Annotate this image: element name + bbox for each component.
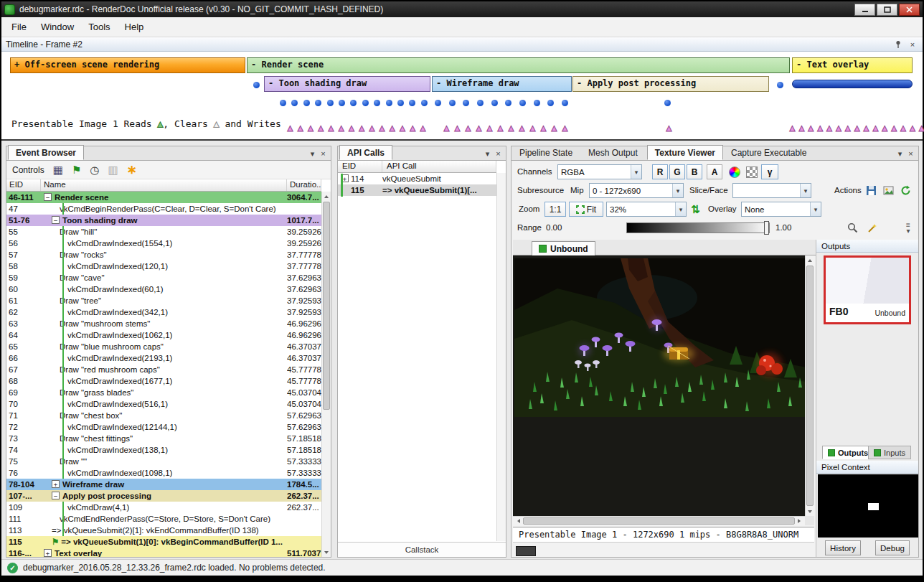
- slice-face-select[interactable]: ▾: [732, 183, 811, 198]
- api-call-row-115[interactable]: 115=> vkQueueSubmit(1)[...: [338, 184, 496, 196]
- column-api-call[interactable]: API Call: [382, 161, 496, 172]
- panel-close-icon[interactable]: ×: [905, 149, 916, 159]
- timeline-marker-postproc[interactable]: - Apply post processing: [572, 76, 769, 92]
- event-row-51-76[interactable]: 51-76−Toon shading draw1017.7...: [6, 215, 321, 226]
- tab-pipeline-state[interactable]: Pipeline State: [512, 145, 580, 160]
- pin-icon[interactable]: [892, 39, 904, 50]
- timeline-marker-toon[interactable]: - Toon shading draw: [264, 76, 430, 92]
- mip-select[interactable]: 0 - 1272x690 ▾: [589, 183, 684, 198]
- tab-inputs[interactable]: Inputs: [868, 446, 911, 459]
- event-row-72[interactable]: 72vkCmdDrawIndexed(12144,1)57.62963: [6, 421, 321, 433]
- tree-expander-icon[interactable]: −: [52, 216, 60, 224]
- scroll-thumb[interactable]: [323, 202, 330, 410]
- dock-menu-icon[interactable]: ▾: [307, 149, 318, 159]
- channel-red-toggle[interactable]: R: [652, 164, 668, 179]
- event-row-109[interactable]: 109vkCmdDraw(4,1)262.37...: [6, 502, 321, 513]
- menu-file[interactable]: File: [4, 18, 34, 36]
- event-row-69[interactable]: 69Draw "grass blades"45.03704: [6, 387, 321, 398]
- stats-icon[interactable]: ▥: [108, 164, 118, 175]
- tree-expander-icon[interactable]: +: [44, 549, 52, 557]
- time-durations-icon[interactable]: ◷: [90, 164, 99, 175]
- event-row-76[interactable]: 76vkCmdDrawIndexed(1098,1)57.33333: [6, 467, 321, 479]
- scroll-down-icon[interactable]: [806, 507, 814, 516]
- texture-hscrollbar[interactable]: [513, 516, 805, 525]
- tab-capture-executable[interactable]: Capture Executable: [723, 145, 814, 160]
- event-row-47[interactable]: 47vkCmdBeginRenderPass(C=Clear, D=Clear,…: [6, 203, 321, 215]
- texture-display-area[interactable]: [513, 255, 814, 525]
- event-row-116-...[interactable]: 116-...+Text overlay511.7037: [6, 548, 321, 557]
- minimize-button[interactable]: [854, 4, 875, 16]
- callstack-section[interactable]: Callstack: [338, 542, 506, 557]
- menu-tools[interactable]: Tools: [81, 18, 117, 36]
- event-row-67[interactable]: 67Draw "red mushroom caps"45.77778: [6, 364, 321, 375]
- event-row-70[interactable]: 70vkCmdDrawIndexed(516,1)45.03704: [6, 398, 321, 410]
- range-options-button[interactable]: ≡▾: [900, 220, 916, 235]
- tab-unbound-texture[interactable]: Unbound: [532, 241, 595, 255]
- scroll-right-icon[interactable]: [796, 517, 805, 525]
- tab-api-calls[interactable]: API Calls: [339, 145, 392, 160]
- event-row-107-...[interactable]: 107-...−Apply post processing262.37...: [6, 490, 321, 502]
- column-name[interactable]: Name: [41, 179, 287, 191]
- color-wheel-button[interactable]: [727, 164, 742, 179]
- column-duration[interactable]: Duratio...: [287, 179, 321, 191]
- scroll-up-icon[interactable]: [806, 255, 814, 265]
- tab-texture-viewer[interactable]: Texture Viewer: [647, 145, 723, 160]
- autofit-range-button[interactable]: [864, 220, 880, 235]
- scroll-down-icon[interactable]: [322, 548, 331, 557]
- gamma-toggle[interactable]: γ: [761, 164, 778, 179]
- event-row-115[interactable]: 115⚑=> vkQueueSubmit(1)[0]: vkBeginComma…: [6, 536, 321, 548]
- range-max-value[interactable]: 1.00: [776, 223, 791, 232]
- timeline-text-overlay-range[interactable]: [792, 80, 913, 88]
- event-browser-scrollbar[interactable]: [321, 192, 331, 557]
- range-min-value[interactable]: 0.00: [546, 223, 562, 232]
- refresh-button[interactable]: [897, 183, 913, 198]
- event-row-78-104[interactable]: 78-104+Wireframe draw1784.5...: [6, 479, 321, 490]
- history-button[interactable]: History: [825, 540, 861, 555]
- range-slider[interactable]: [626, 222, 770, 233]
- channel-green-toggle[interactable]: G: [669, 164, 685, 179]
- event-row-58[interactable]: 58vkCmdDrawIndexed(120,1)37.77778: [6, 261, 321, 272]
- scroll-left-icon[interactable]: [513, 517, 522, 525]
- panel-close-icon[interactable]: ×: [318, 149, 329, 159]
- api-calls-scrollbar[interactable]: [496, 173, 506, 541]
- zoom-fit-button[interactable]: Fit: [569, 202, 603, 217]
- channel-alpha-toggle[interactable]: A: [707, 164, 722, 179]
- range-handle[interactable]: [764, 221, 769, 235]
- event-row-63[interactable]: 63Draw "mushroom stems"46.96296: [6, 318, 321, 329]
- zoom-select[interactable]: 32% ▾: [606, 202, 687, 217]
- timeline-marker-render-scene[interactable]: - Render scene: [247, 57, 790, 73]
- tree-expander-icon[interactable]: −: [52, 492, 60, 499]
- event-row-68[interactable]: 68vkCmdDrawIndexed(1677,1)45.77778: [6, 375, 321, 387]
- alpha-background-button[interactable]: [744, 164, 760, 179]
- bookmark-icon[interactable]: ⚑: [72, 164, 81, 175]
- event-row-65[interactable]: 65Draw "blue mushroom caps"46.37037: [6, 341, 321, 352]
- scroll-up-icon[interactable]: [322, 192, 331, 201]
- channel-blue-toggle[interactable]: B: [687, 164, 702, 179]
- column-eid[interactable]: EID: [338, 161, 382, 172]
- timeline-close-icon[interactable]: ×: [907, 39, 918, 50]
- event-row-60[interactable]: 60vkCmdDrawIndexed(60,1)37.62963: [6, 283, 321, 295]
- timeline-marker-wireframe[interactable]: - Wireframe draw: [432, 76, 572, 92]
- dock-menu-icon[interactable]: ▾: [482, 149, 493, 159]
- overlay-select[interactable]: None ▾: [741, 202, 821, 217]
- event-row-56[interactable]: 56vkCmdDrawIndexed(1554,1)39.25926: [6, 238, 321, 249]
- tree-expander-icon[interactable]: −: [44, 193, 52, 201]
- debug-button[interactable]: Debug: [875, 540, 910, 555]
- scroll-thumb[interactable]: [523, 517, 795, 525]
- event-row-111[interactable]: 111vkCmdEndRenderPass(C=Store, D=Store, …: [6, 513, 321, 525]
- timeline-toggle-icon[interactable]: ▦: [53, 164, 63, 175]
- event-row-57[interactable]: 57Draw "rocks"37.77778: [6, 249, 321, 261]
- tab-outputs[interactable]: Outputs: [822, 446, 874, 459]
- event-row-62[interactable]: 62vkCmdDrawIndexed(342,1)37.92593: [6, 306, 321, 318]
- tree-expander-icon[interactable]: +: [52, 480, 60, 488]
- event-row-55[interactable]: 55Draw "hill"39.25926: [6, 226, 321, 238]
- event-row-73[interactable]: 73Draw "chest fittings"57.18518: [6, 433, 321, 444]
- zoom-range-button[interactable]: [844, 220, 860, 235]
- event-row-71[interactable]: 71Draw "chest box"57.62963: [6, 410, 321, 421]
- scroll-thumb[interactable]: [806, 266, 814, 506]
- event-row-64[interactable]: 64vkCmdDrawIndexed(1062,1)46.96296: [6, 329, 321, 341]
- zoom-1to1-button[interactable]: 1:1: [544, 202, 566, 217]
- open-texture-list-button[interactable]: [880, 183, 896, 198]
- fb0-thumbnail[interactable]: FB0 Unbound: [824, 255, 911, 324]
- event-row-61[interactable]: 61Draw "tree"37.92593: [6, 295, 321, 306]
